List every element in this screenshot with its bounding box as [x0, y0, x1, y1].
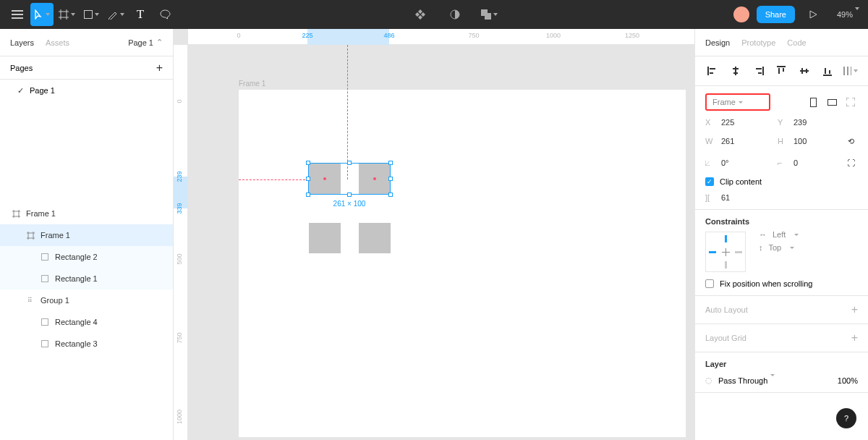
- tab-assets[interactable]: Assets: [46, 38, 69, 47]
- add-grid[interactable]: +: [851, 331, 858, 344]
- layer-rect[interactable]: Rectangle 2: [0, 246, 173, 268]
- orient-landscape-icon[interactable]: [825, 95, 839, 109]
- angle-icon: ⟀: [705, 158, 715, 167]
- constraint-h[interactable]: ↔Left: [759, 230, 799, 239]
- gap-input[interactable]: 61: [721, 193, 757, 202]
- svg-rect-7: [42, 341, 48, 347]
- layer-rect[interactable]: Rectangle 3: [0, 333, 173, 355]
- tab-design[interactable]: Design: [705, 38, 730, 47]
- y-input[interactable]: 239: [793, 118, 830, 127]
- layer-rect[interactable]: Rectangle 4: [0, 311, 173, 333]
- svg-rect-5: [42, 276, 48, 282]
- tab-prototype[interactable]: Prototype: [741, 38, 775, 47]
- h-input[interactable]: 100: [793, 137, 830, 145]
- w-input[interactable]: 261: [721, 137, 757, 145]
- opacity-input[interactable]: 100%: [838, 376, 858, 385]
- orient-portrait-icon[interactable]: [806, 95, 820, 109]
- constraints-header: Constraints: [705, 217, 858, 226]
- zoom-level[interactable]: 49%: [837, 10, 859, 19]
- tab-layers[interactable]: Layers: [10, 38, 34, 47]
- layer-group[interactable]: ⠿Group 1: [0, 289, 173, 311]
- svg-rect-6: [42, 319, 48, 326]
- resize-fit-icon[interactable]: [843, 95, 858, 109]
- align-right-icon[interactable]: [752, 64, 766, 78]
- align-h-center-icon[interactable]: [728, 64, 743, 78]
- shape-tool[interactable]: [80, 3, 103, 26]
- add-page-button[interactable]: +: [156, 62, 163, 75]
- selection-dims: 261 × 100: [333, 200, 366, 208]
- left-panel: Layers Assets Page 1 ⌃ Pages + ✓Page 1 F…: [0, 29, 174, 440]
- align-left-icon[interactable]: [705, 64, 720, 78]
- constraints-box[interactable]: [705, 232, 746, 272]
- rotation-input[interactable]: 0°: [721, 158, 757, 167]
- avatar[interactable]: [733, 7, 749, 22]
- gap-icon: ]​[: [705, 193, 715, 202]
- auto-layout-header: Auto Layout: [705, 305, 748, 314]
- layout-grid-header: Layout Grid: [705, 334, 746, 342]
- radius-input[interactable]: 0: [793, 158, 830, 167]
- align-v-center-icon[interactable]: [797, 64, 812, 78]
- pages-header: Pages: [10, 64, 33, 72]
- top-toolbar: T Share 49%: [0, 0, 868, 29]
- svg-rect-0: [84, 11, 92, 19]
- right-panel: Design Prototype Code Frame X225 Y239 W2…: [694, 29, 868, 440]
- distribute-icon[interactable]: [843, 64, 858, 78]
- frame-type-select[interactable]: Frame: [705, 93, 770, 111]
- link-icon[interactable]: ⟲: [843, 134, 858, 148]
- pen-tool[interactable]: [104, 3, 127, 26]
- svg-rect-4: [42, 254, 48, 261]
- radius-icon: ⌐: [778, 158, 788, 167]
- artboard-label[interactable]: Frame 1: [239, 80, 265, 88]
- layer-rect[interactable]: Rectangle 1: [0, 268, 173, 289]
- align-bottom-icon[interactable]: [820, 64, 835, 78]
- page-item[interactable]: ✓Page 1: [0, 80, 173, 101]
- svg-rect-9: [827, 99, 836, 105]
- x-input[interactable]: 225: [721, 118, 757, 127]
- help-button[interactable]: ?: [836, 408, 856, 428]
- text-tool[interactable]: T: [129, 3, 152, 26]
- layer-frame[interactable]: Frame 1: [0, 224, 173, 246]
- page-selector[interactable]: Page 1 ⌃: [128, 38, 163, 47]
- add-autolayout[interactable]: +: [851, 303, 858, 316]
- selection[interactable]: [308, 163, 391, 195]
- canvas: 0 225 486 750 1000 1250 1500 0 239 339 5…: [174, 29, 694, 440]
- blend-icon: ◌: [705, 376, 712, 385]
- blend-select[interactable]: Pass Through: [718, 376, 775, 385]
- mask-icon[interactable]: [443, 3, 467, 26]
- align-row: [695, 56, 868, 86]
- ruler-vertical: 0 239 339 500 750 1000: [174, 45, 188, 440]
- move-tool[interactable]: [30, 3, 54, 26]
- frame-tool[interactable]: [55, 3, 78, 26]
- rect-3[interactable]: [309, 223, 341, 253]
- present-icon[interactable]: [802, 3, 825, 26]
- layer-frame[interactable]: Frame 1: [0, 203, 173, 224]
- svg-rect-8: [810, 98, 816, 106]
- align-top-icon[interactable]: [774, 64, 788, 78]
- svg-rect-3: [485, 13, 491, 20]
- share-button[interactable]: Share: [757, 6, 795, 23]
- tab-code[interactable]: Code: [787, 38, 806, 47]
- clip-checkbox[interactable]: ✓: [705, 177, 714, 186]
- constraint-v[interactable]: ↕Top: [759, 243, 799, 252]
- expand-icon[interactable]: ⛶: [843, 156, 858, 170]
- rect-4[interactable]: [359, 223, 391, 253]
- comment-tool[interactable]: [153, 3, 176, 26]
- artboard[interactable]: [239, 90, 686, 437]
- fix-checkbox[interactable]: [705, 279, 714, 288]
- boolean-icon[interactable]: [478, 3, 501, 26]
- layer-header: Layer: [705, 360, 858, 368]
- components-icon[interactable]: [409, 3, 432, 26]
- menu-icon[interactable]: [6, 3, 29, 26]
- ruler-horizontal: 0 225 486 750 1000 1250 1500: [188, 29, 694, 45]
